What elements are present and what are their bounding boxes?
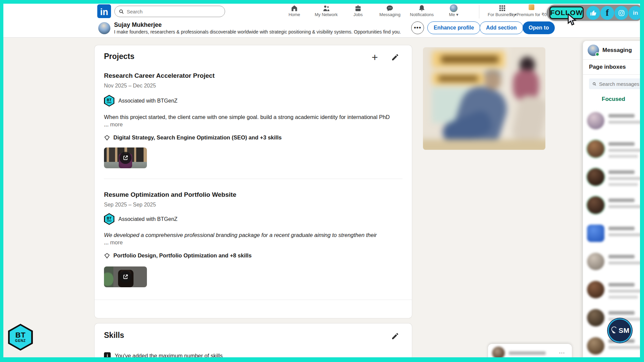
frame-border-top [0,0,644,4]
skills-title: Skills [104,331,124,340]
external-link-icon [119,271,131,283]
messages-search-input[interactable] [599,81,643,87]
sm-text: SM [619,326,630,335]
conversation-item[interactable] [583,276,644,304]
project-skills-row[interactable]: Portfolio Design, Portfolio Optimization… [104,252,252,259]
profile-name: Sujay Mukherjee [114,21,162,28]
divider [583,74,644,75]
project-media-thumbnail[interactable] [104,266,147,287]
profile-headline: I make founders, researchers & professio… [114,29,409,35]
association-label: Associated with BTGenZ [118,98,177,104]
project-divider [104,179,402,179]
messaging-header[interactable]: Messaging [583,41,644,60]
frame-border-bottom [0,357,644,362]
face-icon [610,326,618,335]
nav-label: Me ▾ [449,12,458,17]
online-status-dot [595,52,599,56]
premium-icon [529,4,534,10]
more-options-button[interactable]: ••• [411,21,424,34]
nav-label: My Network [315,12,338,17]
project-media-thumbnail[interactable] [104,147,147,168]
skills-card: Skills i You've added the maximum number… [95,323,412,362]
ad-image-blurred [423,47,545,150]
me-avatar [450,4,458,12]
project-title[interactable]: Resume Optimization and Portfolio Websit… [104,191,236,198]
enhance-profile-button[interactable]: Enhance profile [427,21,480,34]
premium-link[interactable]: Try Premium for ₹0 [509,12,547,17]
frame-border-left [0,0,3,362]
project-association[interactable]: BTGENZ Associated with BTGenZ [104,95,177,107]
tab-focused[interactable]: Focused [583,96,644,103]
skill-diamond-icon [104,135,110,141]
conversation-avatar [587,309,604,326]
nav-item-my-network[interactable]: My Network [310,4,342,19]
conversation-item[interactable] [583,248,644,276]
edit-projects-button[interactable] [391,53,399,62]
linkedin-logo[interactable]: in [97,4,111,18]
project-title[interactable]: Research Career Accelerator Project [104,72,215,79]
like-icon[interactable] [586,6,600,20]
notifications-icon [418,4,426,12]
open-to-button[interactable]: Open to [523,21,555,34]
skills-summary: Digital Strategy, Search Engine Optimiza… [113,134,282,141]
conversation-item[interactable] [583,220,644,248]
project-description: When this project started, the client ca… [104,113,401,121]
conversation-preview-blurred [608,255,643,267]
chat-name-blurred [509,351,546,355]
messaging-avatar [588,45,599,56]
skills-summary: Portfolio Design, Portfolio Optimization… [113,252,252,259]
messaging-panel: Messaging Page inboxes Focused [583,41,644,362]
search-bar[interactable] [114,6,225,17]
conversation-avatar [587,281,604,298]
btgenz-logo-icon: BTGENZ [104,213,114,225]
search-input[interactable] [127,9,221,14]
home-icon [290,4,298,12]
chat-options-icon[interactable]: ⋯ [559,349,565,357]
messages-search-bar[interactable] [589,78,644,89]
nav-item-notifications[interactable]: Notifications [406,4,438,19]
see-more-link[interactable]: more [110,239,123,245]
project-description: We developed a comprehensive professiona… [104,231,401,239]
nav-item-messaging[interactable]: Messaging [374,4,406,19]
conversation-item[interactable] [583,164,644,192]
conversation-avatar [587,253,604,270]
conversation-preview-blurred [608,114,643,127]
profile-sticky-header: Sujay Mukherjee I make founders, researc… [3,19,640,38]
project-skills-row[interactable]: Digital Strategy, Search Engine Optimiza… [104,134,282,141]
conversation-item[interactable] [583,135,644,164]
ad-banner[interactable] [423,47,545,150]
conversation-avatar [587,225,604,242]
edit-skills-button[interactable] [391,332,399,341]
instagram-icon[interactable] [614,6,628,20]
messaging-icon [386,4,394,12]
profile-avatar[interactable] [98,22,110,34]
follow-button[interactable]: FOLLOW [549,6,584,19]
nav-item-me[interactable]: Me ▾ [438,4,470,19]
btgenz-logo-icon: BTGENZ [104,95,114,107]
add-section-button[interactable]: Add section [480,21,523,34]
page: in Home My Network Jobs Messaging [0,0,644,362]
conversation-avatar [587,196,604,214]
frame-border-right [640,0,644,362]
nav-item-jobs[interactable]: Jobs [342,4,374,19]
conversation-item[interactable] [583,107,644,135]
jobs-icon [354,4,362,12]
pencil-icon [391,53,399,61]
conversation-item[interactable] [583,192,644,220]
add-project-button[interactable]: + [372,51,378,64]
facebook-icon[interactable]: f [600,6,614,20]
search-icon [592,81,596,86]
see-more-line: ... more [104,121,123,128]
project-association[interactable]: BTGENZ Associated with BTGenZ [104,213,177,225]
search-icon [119,9,124,14]
nav-label: Notifications [410,12,434,17]
pencil-icon [391,332,399,340]
project-dates: Sep 2025 – Sep 2025 [104,202,156,208]
see-more-link[interactable]: more [110,121,123,127]
project-dates: Nov 2025 – Dec 2025 [104,83,156,89]
skill-diamond-icon [104,253,110,259]
conversation-preview-blurred [608,339,643,352]
page-inboxes-link[interactable]: Page inboxes [589,64,626,70]
nav-label: Messaging [379,12,400,17]
nav-item-home[interactable]: Home [278,4,310,19]
